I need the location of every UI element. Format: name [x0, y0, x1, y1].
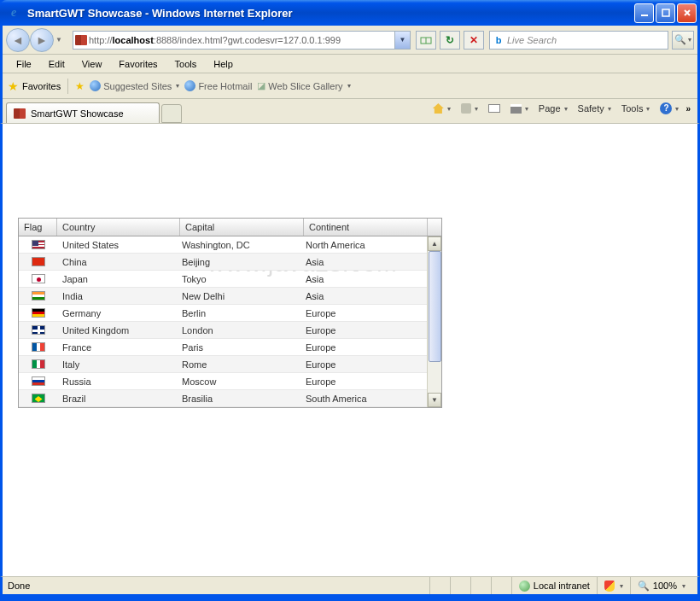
- header-capital[interactable]: Capital: [180, 219, 304, 236]
- hotmail-label: Free Hotmail: [198, 81, 252, 91]
- address-dropdown[interactable]: ▼: [394, 32, 410, 49]
- flag-icon: [32, 257, 45, 266]
- home-button[interactable]: ▾: [429, 102, 454, 115]
- cell-continent: Asia: [300, 291, 424, 301]
- header-country[interactable]: Country: [57, 219, 180, 236]
- table-row[interactable]: GermanyBerlinEurope: [19, 305, 428, 322]
- free-hotmail-link[interactable]: Free Hotmail: [184, 80, 252, 91]
- menu-tools[interactable]: Tools: [168, 57, 204, 71]
- header-continent[interactable]: Continent: [304, 219, 428, 236]
- safety-menu[interactable]: Safety▾: [575, 102, 615, 115]
- feeds-button[interactable]: ▾: [458, 102, 481, 115]
- page-menu[interactable]: Page▾: [535, 102, 571, 115]
- cell-capital: New Delhi: [177, 291, 300, 301]
- tools-menu[interactable]: Tools▾: [618, 102, 654, 115]
- scroll-thumb[interactable]: [429, 251, 441, 362]
- tab-icon: [14, 108, 26, 119]
- menu-help[interactable]: Help: [207, 57, 240, 71]
- suggested-sites-link[interactable]: Suggested Sites ▾: [90, 80, 179, 91]
- favorites-button[interactable]: ★ Favorites: [8, 79, 61, 93]
- table-row[interactable]: RussiaMoscowEurope: [19, 373, 428, 390]
- menu-favorites[interactable]: Favorites: [112, 57, 164, 71]
- cell-continent: North America: [300, 240, 424, 250]
- flag-icon: [32, 308, 45, 318]
- refresh-button[interactable]: ↻: [440, 31, 460, 50]
- forward-button[interactable]: ►: [30, 28, 54, 52]
- print-button[interactable]: ▾: [507, 102, 532, 115]
- compat-view-button[interactable]: [416, 31, 436, 50]
- status-cell: [470, 577, 491, 594]
- cell-country: Italy: [57, 359, 177, 370]
- address-bar[interactable]: http://localhost:8888/index.html?gwt.cod…: [73, 31, 411, 50]
- cell-country: Germany: [57, 308, 177, 318]
- flag-icon: [32, 291, 45, 300]
- cell-capital: Moscow: [177, 376, 300, 387]
- security-zone[interactable]: Local intranet: [511, 577, 597, 594]
- svg-rect-1: [662, 9, 669, 16]
- browser-window: e SmartGWT Showcase - Windows Internet E…: [0, 0, 700, 601]
- cell-country: United Kingdom: [57, 325, 177, 336]
- close-button[interactable]: [677, 3, 697, 23]
- protected-mode[interactable]: ▾: [597, 577, 630, 594]
- table-row[interactable]: United KingdomLondonEurope: [19, 322, 428, 339]
- favorites-label: Favorites: [22, 81, 61, 91]
- vertical-scrollbar[interactable]: ▲ ▼: [427, 236, 441, 407]
- flag-icon: [32, 325, 45, 335]
- scroll-down-button[interactable]: ▼: [428, 393, 441, 407]
- zoom-control[interactable]: 🔍 100% ▾: [630, 577, 692, 594]
- cell-flag: [19, 359, 57, 369]
- cell-capital: Washington, DC: [177, 240, 300, 250]
- add-favorite-icon[interactable]: ★: [75, 80, 85, 92]
- chevron-down-icon: ▾: [347, 82, 351, 90]
- star-icon: ★: [8, 79, 19, 93]
- new-tab-button[interactable]: [161, 104, 182, 123]
- web-slice-link[interactable]: ◪ Web Slice Gallery ▾: [257, 80, 350, 91]
- search-bar[interactable]: b Live Search: [489, 31, 668, 50]
- table-row[interactable]: United StatesWashington, DCNorth America: [19, 236, 428, 254]
- overflow-chevron[interactable]: »: [685, 104, 691, 114]
- table-row[interactable]: IndiaNew DelhiAsia: [19, 288, 428, 305]
- search-placeholder: Live Search: [507, 35, 668, 45]
- table-row[interactable]: ChinaBeijingAsia: [19, 254, 428, 271]
- chevron-down-icon: ▾: [176, 82, 179, 90]
- titlebar[interactable]: e SmartGWT Showcase - Windows Internet E…: [0, 0, 700, 26]
- menu-file[interactable]: File: [9, 57, 38, 71]
- cell-flag: [19, 291, 57, 300]
- bing-icon: b: [490, 35, 507, 45]
- separator: [67, 79, 68, 94]
- menu-edit[interactable]: Edit: [42, 57, 72, 71]
- read-mail-button[interactable]: [485, 102, 504, 114]
- maximize-button[interactable]: [656, 3, 675, 23]
- flag-icon: [32, 274, 45, 283]
- cell-continent: Asia: [300, 274, 424, 284]
- help-button[interactable]: ?▾: [656, 101, 682, 116]
- cell-capital: Brasilia: [177, 394, 300, 404]
- url-text: http://localhost:8888/index.html?gwt.cod…: [89, 35, 394, 45]
- back-button[interactable]: ◄: [6, 28, 30, 52]
- mail-icon: [488, 104, 500, 113]
- table-row[interactable]: JapanTokyoAsia: [19, 271, 428, 288]
- webslice-label: Web Slice Gallery: [268, 81, 342, 91]
- scroll-up-button[interactable]: ▲: [428, 236, 441, 251]
- stop-button[interactable]: ✕: [464, 31, 484, 50]
- table-row[interactable]: ItalyRomeEurope: [19, 356, 428, 373]
- status-bar: Done Local intranet ▾ 🔍 100% ▾: [0, 576, 700, 597]
- search-button[interactable]: 🔍▾: [672, 31, 694, 50]
- minimize-button[interactable]: [634, 3, 654, 23]
- table-row[interactable]: FranceParisEurope: [19, 339, 428, 356]
- navigation-bar: ◄ ► ▼ http://localhost:8888/index.html?g…: [3, 26, 697, 55]
- help-icon: ?: [660, 102, 672, 114]
- header-flag[interactable]: Flag: [19, 219, 57, 236]
- cell-continent: Europe: [300, 359, 424, 370]
- tab-smartgwt[interactable]: SmartGWT Showcase: [6, 102, 160, 123]
- cell-capital: Paris: [177, 342, 300, 353]
- cell-country: Russia: [57, 376, 177, 387]
- cell-country: Japan: [57, 274, 177, 284]
- cell-continent: Europe: [300, 342, 424, 353]
- print-icon: [510, 104, 522, 114]
- table-row[interactable]: BrazilBrasiliaSouth America: [19, 390, 428, 407]
- cell-capital: London: [177, 325, 300, 336]
- flag-icon: [32, 240, 45, 249]
- nav-history-dropdown[interactable]: ▼: [54, 28, 64, 52]
- menu-view[interactable]: View: [75, 57, 109, 71]
